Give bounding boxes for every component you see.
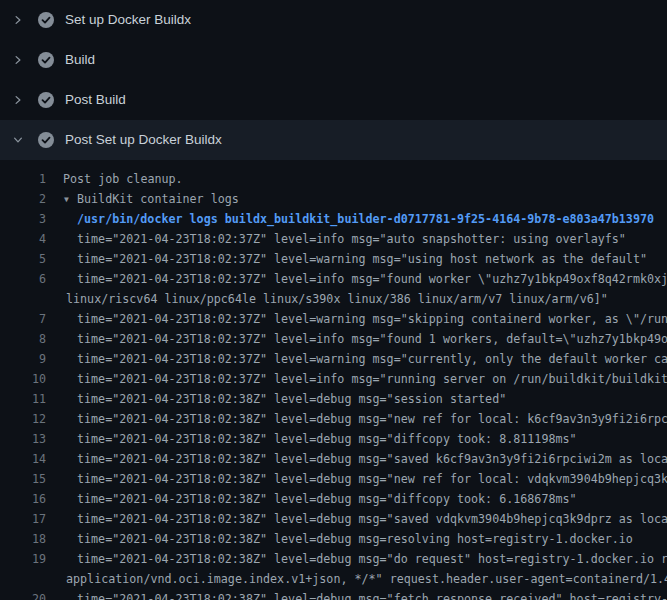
log-text: time="2021-04-23T18:02:38Z" level=debug …	[77, 589, 667, 600]
log-line-number[interactable]: 17	[0, 509, 46, 529]
log-line-number[interactable]: 7	[0, 309, 46, 329]
log-line-number[interactable]: 6	[0, 269, 46, 289]
chevron-right-icon	[12, 14, 24, 26]
log-group-toggle-text[interactable]: BuildKit container logs	[77, 189, 239, 209]
log-text: time="2021-04-23T18:02:38Z" level=debug …	[77, 409, 667, 429]
log-text: time="2021-04-23T18:02:38Z" level=debug …	[77, 509, 667, 529]
log-text: time="2021-04-23T18:02:38Z" level=debug …	[77, 549, 667, 569]
step-header-post-set-up-docker-buildx[interactable]: Post Set up Docker Buildx	[0, 120, 667, 160]
log-line-number[interactable]: 5	[0, 249, 46, 269]
log-line: 16time="2021-04-23T18:02:38Z" level=debu…	[0, 489, 667, 509]
actions-log-viewer: Set up Docker BuildxBuildPost BuildPost …	[0, 0, 667, 600]
log-line-number[interactable]: 15	[0, 469, 46, 489]
triangle-down-icon: ▼	[64, 190, 77, 209]
step-header-build[interactable]: Build	[0, 40, 667, 80]
log-text: time="2021-04-23T18:02:37Z" level=info m…	[77, 229, 626, 249]
log-line-number[interactable]: 10	[0, 369, 46, 389]
log-line-number[interactable]: 20	[0, 589, 46, 600]
log-line: 5time="2021-04-23T18:02:37Z" level=warni…	[0, 249, 667, 269]
log-line: 3/usr/bin/docker logs buildx_buildkit_bu…	[0, 209, 667, 229]
check-circle-icon	[38, 52, 54, 68]
step-header-post-build[interactable]: Post Build	[0, 80, 667, 120]
log-text: time="2021-04-23T18:02:37Z" level=info m…	[77, 329, 667, 349]
log-line: 17time="2021-04-23T18:02:38Z" level=debu…	[0, 509, 667, 529]
log-line: 1Post job cleanup.	[0, 169, 667, 189]
log-text: time="2021-04-23T18:02:38Z" level=debug …	[77, 449, 667, 469]
step-label: Post Set up Docker Buildx	[65, 120, 222, 160]
log-text: time="2021-04-23T18:02:37Z" level=info m…	[77, 369, 667, 389]
log-line: 12time="2021-04-23T18:02:38Z" level=debu…	[0, 409, 667, 429]
log-text: time="2021-04-23T18:02:38Z" level=debug …	[77, 389, 506, 409]
log-command-text: /usr/bin/docker logs buildx_buildkit_bui…	[77, 209, 654, 229]
log-text: time="2021-04-23T18:02:38Z" level=debug …	[77, 469, 667, 489]
log-line-number[interactable]: 18	[0, 529, 46, 549]
log-text: time="2021-04-23T18:02:38Z" level=debug …	[77, 489, 577, 509]
log-text: time="2021-04-23T18:02:37Z" level=info m…	[77, 269, 667, 289]
log-line-number[interactable]: 8	[0, 329, 46, 349]
chevron-right-icon	[12, 54, 24, 66]
step-label: Set up Docker Buildx	[65, 0, 191, 40]
log-line-number[interactable]: 3	[0, 209, 46, 229]
log-line: 11time="2021-04-23T18:02:38Z" level=debu…	[0, 389, 667, 409]
log-line: 4time="2021-04-23T18:02:37Z" level=info …	[0, 229, 667, 249]
log-line: 7time="2021-04-23T18:02:37Z" level=warni…	[0, 309, 667, 329]
check-circle-icon	[38, 12, 54, 28]
check-circle-icon	[38, 92, 54, 108]
log-line-number[interactable]: 11	[0, 389, 46, 409]
log-line: 13time="2021-04-23T18:02:38Z" level=debu…	[0, 429, 667, 449]
log-line-number[interactable]: 19	[0, 549, 46, 569]
log-line: application/vnd.oci.image.index.v1+json,…	[0, 569, 667, 589]
log-line: 9time="2021-04-23T18:02:37Z" level=warni…	[0, 349, 667, 369]
log-line-number[interactable]: 1	[0, 169, 46, 189]
log-line: 18time="2021-04-23T18:02:38Z" level=debu…	[0, 529, 667, 549]
log-text: Post job cleanup.	[63, 169, 183, 189]
log-text: application/vnd.oci.image.index.v1+json,…	[66, 569, 667, 589]
log-text: time="2021-04-23T18:02:37Z" level=warnin…	[77, 309, 667, 329]
log-line-number[interactable]: 13	[0, 429, 46, 449]
log-text: time="2021-04-23T18:02:38Z" level=debug …	[77, 529, 633, 549]
check-circle-icon	[38, 132, 54, 148]
log-text: time="2021-04-23T18:02:37Z" level=warnin…	[77, 349, 667, 369]
log-text: time="2021-04-23T18:02:38Z" level=debug …	[77, 429, 577, 449]
log-text: linux/riscv64 linux/ppc64le linux/s390x …	[66, 289, 608, 309]
step-label: Build	[65, 40, 95, 80]
step-list: Set up Docker BuildxBuildPost BuildPost …	[0, 0, 667, 160]
log-line: 2▼BuildKit container logs	[0, 189, 667, 209]
log-line-number[interactable]: 9	[0, 349, 46, 369]
step-label: Post Build	[65, 80, 126, 120]
log-line: linux/riscv64 linux/ppc64le linux/s390x …	[0, 289, 667, 309]
log-line: 6time="2021-04-23T18:02:37Z" level=info …	[0, 269, 667, 289]
log-line: 14time="2021-04-23T18:02:38Z" level=debu…	[0, 449, 667, 469]
step-header-set-up-docker-buildx[interactable]: Set up Docker Buildx	[0, 0, 667, 40]
log-line-number[interactable]: 16	[0, 489, 46, 509]
chevron-right-icon	[12, 94, 24, 106]
log-text: time="2021-04-23T18:02:37Z" level=warnin…	[77, 249, 647, 269]
log-line-number[interactable]: 14	[0, 449, 46, 469]
log-line: 10time="2021-04-23T18:02:37Z" level=info…	[0, 369, 667, 389]
log-line-number[interactable]: 12	[0, 409, 46, 429]
log-line-number[interactable]: 4	[0, 229, 46, 249]
log-line: 15time="2021-04-23T18:02:38Z" level=debu…	[0, 469, 667, 489]
log-line: 20time="2021-04-23T18:02:38Z" level=debu…	[0, 589, 667, 600]
log-output: 1Post job cleanup.2▼BuildKit container l…	[0, 160, 667, 600]
chevron-down-icon	[12, 134, 24, 146]
log-line: 19time="2021-04-23T18:02:38Z" level=debu…	[0, 549, 667, 569]
log-line-number[interactable]: 2	[0, 189, 46, 209]
log-line: 8time="2021-04-23T18:02:37Z" level=info …	[0, 329, 667, 349]
